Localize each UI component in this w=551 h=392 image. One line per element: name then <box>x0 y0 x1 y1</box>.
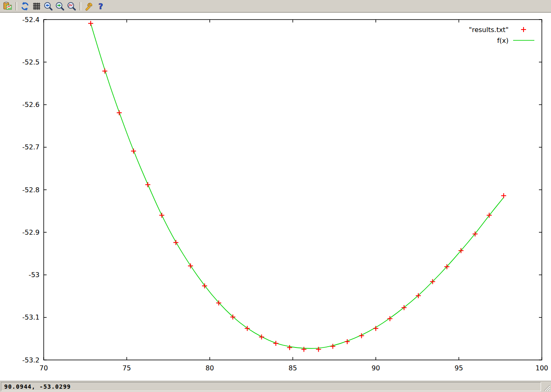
zoom-previous-button[interactable] <box>42 1 54 12</box>
data-point-marker <box>273 341 278 346</box>
wrench-icon <box>84 1 94 11</box>
data-point-marker <box>501 193 506 198</box>
y-tick-label: -52.6 <box>22 101 40 109</box>
x-tick-label: 75 <box>122 364 131 372</box>
data-point-marker <box>301 347 306 352</box>
zoom-previous-icon <box>43 1 53 11</box>
copy-to-clipboard-button[interactable] <box>2 1 13 12</box>
data-point-marker <box>174 240 179 245</box>
plot-canvas[interactable]: 707580859095100-53.2-53.1-53-52.9-52.8-5… <box>0 13 551 381</box>
x-tick-label: 90 <box>372 364 380 372</box>
y-tick-label: -53 <box>29 271 40 279</box>
resize-grip[interactable] <box>543 384 550 391</box>
x-tick-label: 95 <box>454 364 463 372</box>
y-tick-label: -52.5 <box>22 58 40 66</box>
y-tick-label: -53.1 <box>22 313 40 321</box>
status-bar: 90.0944, -53.0299 <box>0 381 551 392</box>
x-tick-label: 80 <box>206 364 214 372</box>
x-tick-label: 100 <box>536 364 549 372</box>
legend-label: "results.txt" <box>469 26 509 34</box>
y-tick-label: -52.8 <box>22 186 40 194</box>
help-button[interactable]: ? <box>95 1 107 12</box>
y-tick-label: -52.7 <box>22 143 40 151</box>
toolbar-separator <box>15 2 17 10</box>
data-points <box>88 21 506 352</box>
plot-border <box>44 20 542 360</box>
legend-label: f(x) <box>497 37 509 45</box>
legend-marker <box>521 27 526 32</box>
zoom-next-button[interactable] <box>54 1 66 12</box>
svg-text:?: ? <box>98 1 103 10</box>
grid-icon <box>32 1 42 11</box>
configure-button[interactable] <box>83 1 95 12</box>
x-tick-label: 70 <box>40 364 48 372</box>
plot-svg: 707580859095100-53.2-53.1-53-52.9-52.8-5… <box>0 13 551 381</box>
data-point-marker <box>117 110 122 115</box>
data-point-marker <box>330 344 335 349</box>
x-tick-label: 85 <box>288 364 297 372</box>
help-icon: ? <box>96 1 106 11</box>
data-point-marker <box>102 69 107 74</box>
toolbar-separator <box>79 2 81 10</box>
y-tick-label: -53.2 <box>22 356 40 364</box>
fit-line <box>91 23 504 348</box>
toggle-grid-button[interactable] <box>31 1 42 12</box>
autoscale-icon <box>67 1 77 11</box>
y-tick-label: -52.4 <box>22 16 40 24</box>
data-point-marker <box>345 339 350 344</box>
data-point-marker <box>145 182 150 187</box>
y-tick-label: -52.9 <box>22 228 40 236</box>
data-point-marker <box>159 213 164 218</box>
data-point-marker <box>316 347 321 352</box>
data-point-marker <box>259 335 264 340</box>
gnuplot-window: ? 707580859095100-53.2-53.1-53-52.9-52.8… <box>0 0 551 392</box>
data-point-marker <box>88 21 93 26</box>
data-point-marker <box>131 149 136 154</box>
copy-to-clipboard-icon <box>2 1 12 11</box>
replot-button[interactable] <box>19 1 31 12</box>
autoscale-button[interactable] <box>66 1 77 12</box>
replot-icon <box>20 1 30 11</box>
toolbar: ? <box>0 0 551 12</box>
mouse-coordinates: 90.0944, -53.0299 <box>1 382 541 391</box>
zoom-next-icon <box>55 1 65 11</box>
data-point-marker <box>287 345 292 350</box>
